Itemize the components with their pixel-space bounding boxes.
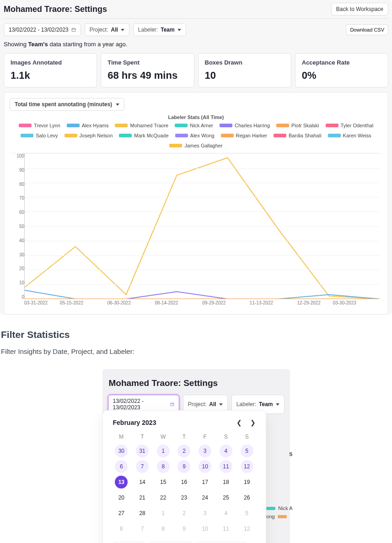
x-tick: 06-30-2022 — [107, 300, 131, 309]
calendar-day[interactable]: 24 — [199, 491, 211, 504]
stat-value: 1.1k — [11, 70, 90, 81]
calendar-day[interactable]: 6 — [115, 460, 128, 473]
chart-area: 1009080706050403020100 03-31-202205-15-2… — [10, 153, 382, 309]
legend-item[interactable]: Karen Weiss — [328, 133, 371, 138]
calendar-dow: S — [238, 432, 256, 442]
chevron-down-icon — [177, 29, 181, 31]
calendar-day[interactable]: 9 — [177, 460, 190, 473]
calendar-day[interactable]: 10 — [199, 522, 211, 535]
calendar-day[interactable]: 8 — [157, 522, 170, 535]
date-calendar-popup: February 2023 ❮ ❯ MTWTFSS303112345678910… — [102, 410, 266, 543]
legend-item[interactable]: Regan Harker — [221, 133, 267, 138]
download-csv-button[interactable]: Download CSV — [346, 24, 388, 35]
legend-item[interactable]: Mark McQuade — [119, 133, 168, 138]
legend-swatch — [276, 124, 289, 127]
legend-item[interactable]: Mohamed Traore — [115, 123, 168, 128]
calendar-day[interactable]: 14 — [136, 476, 149, 489]
stat-card: Time Spent 68 hrs 49 mins — [101, 53, 194, 87]
calendar-day[interactable]: 30 — [115, 445, 128, 457]
calendar-prev-month[interactable]: ❮ — [236, 419, 242, 426]
calendar-day[interactable]: 2 — [177, 445, 190, 457]
calendar-day[interactable]: 12 — [241, 522, 253, 535]
date-range-picker[interactable]: 13/02/2022 - 13/02/2023 — [4, 23, 81, 36]
legend-item[interactable]: James Gallagher — [169, 143, 222, 148]
calendar-day[interactable]: 5 — [241, 445, 253, 457]
calendar-day[interactable]: 28 — [136, 507, 149, 520]
calendar-day[interactable]: 16 — [177, 476, 190, 489]
calendar-day[interactable]: 5 — [241, 507, 253, 520]
calendar-day[interactable]: 8 — [157, 460, 170, 473]
calendar-day[interactable]: 13 — [115, 476, 128, 489]
calendar-day[interactable]: 22 — [157, 491, 170, 504]
legend-label: Mark McQuade — [134, 133, 168, 138]
legend-item[interactable]: Alex Hyams — [67, 123, 109, 128]
project-value: All — [111, 27, 118, 33]
x-axis: 03-31-202205-15-202206-30-202208-14-2022… — [24, 300, 380, 309]
calendar-day[interactable]: 11 — [220, 460, 232, 473]
calendar-day[interactable]: 4 — [220, 507, 232, 520]
y-tick: 0 — [10, 294, 24, 299]
labeler-filter[interactable]: Labeler: Team — [133, 23, 186, 36]
stat-label: Time Spent — [107, 59, 187, 66]
legend-label: Tyler Odenthal — [341, 123, 374, 128]
legend-item[interactable]: Charles Harring — [220, 123, 270, 128]
project-filter[interactable]: Project: All — [85, 23, 129, 36]
filters-row: 13/02/2022 - 13/02/2023 Project: All Lab… — [0, 23, 392, 41]
legend-item[interactable]: Joseph Nelson — [64, 133, 113, 138]
calendar-day[interactable]: 11 — [220, 522, 232, 535]
legend-swatch — [274, 134, 286, 137]
calendar-day[interactable]: 3 — [199, 445, 211, 457]
calendar-day[interactable]: 10 — [199, 460, 211, 473]
calendar-day[interactable]: 15 — [157, 476, 170, 489]
calendar-day[interactable]: 21 — [136, 491, 149, 504]
calendar-day[interactable]: 20 — [115, 491, 128, 504]
calendar-day[interactable]: 26 — [241, 491, 253, 504]
calendar-day[interactable]: 23 — [177, 491, 190, 504]
calendar-day[interactable]: 9 — [177, 522, 190, 535]
header: Mohamed Traore: Settings Back to Workspa… — [0, 0, 392, 18]
calendar-day[interactable]: 31 — [136, 445, 149, 457]
calendar-day[interactable]: 3 — [199, 507, 211, 520]
panel2-title: Mohamed Traore: Settings — [109, 378, 284, 388]
calendar-day[interactable]: 17 — [199, 476, 211, 489]
calendar-day[interactable]: 12 — [241, 460, 253, 473]
stat-card: Acceptance Rate 0% — [295, 53, 388, 87]
y-tick: 90 — [10, 168, 24, 173]
calendar-day[interactable]: 27 — [115, 507, 128, 520]
calendar-next-month[interactable]: ❯ — [250, 419, 256, 426]
calendar-day[interactable]: 7 — [136, 460, 149, 473]
labeler-label: Labeler: — [138, 27, 158, 33]
legend-item[interactable]: Nick Arner — [175, 123, 213, 128]
legend-label: Alex Hyams — [82, 123, 109, 128]
back-to-workspace-button[interactable]: Back to Workspace — [331, 3, 388, 16]
y-tick: 70 — [10, 195, 24, 201]
legend-label: Piotr Skalski — [291, 123, 319, 128]
legend-item[interactable]: Trevor Lynn — [19, 123, 60, 128]
legend-item[interactable]: Piotr Skalski — [276, 123, 319, 128]
calendar-day[interactable]: 6 — [115, 522, 128, 535]
legend-item[interactable]: Tyler Odenthal — [326, 123, 374, 128]
chevron-down-icon — [116, 103, 119, 106]
calendar-day[interactable]: 19 — [241, 476, 253, 489]
y-tick: 40 — [10, 238, 24, 243]
legend-item[interactable]: Alex Wong — [175, 133, 215, 138]
calendar-icon — [71, 27, 76, 32]
calendar-day[interactable]: 1 — [157, 445, 170, 457]
legend-item[interactable]: Bardia Shahali — [274, 133, 322, 138]
calendar-day[interactable]: 2 — [177, 507, 190, 520]
x-tick: 05-15-2022 — [60, 300, 83, 309]
chart-metric-dropdown[interactable]: Total time spent annotating (minutes) — [10, 98, 124, 111]
stat-value: 68 hrs 49 mins — [107, 70, 187, 81]
legend-swatch — [175, 124, 188, 127]
x-tick: 08-14-2022 — [155, 300, 178, 309]
calendar-day[interactable]: 4 — [220, 445, 232, 457]
calendar-day[interactable]: 25 — [220, 491, 232, 504]
chart-plot — [24, 153, 380, 299]
legend-item[interactable]: Salo Levy — [21, 133, 58, 138]
svg-rect-2 — [171, 403, 174, 406]
calendar-day[interactable]: 1 — [157, 507, 170, 520]
calendar-day[interactable]: 18 — [220, 476, 232, 489]
calendar-day[interactable]: 7 — [136, 522, 149, 535]
project-label: Project: — [90, 27, 108, 33]
legend-swatch — [67, 124, 80, 127]
